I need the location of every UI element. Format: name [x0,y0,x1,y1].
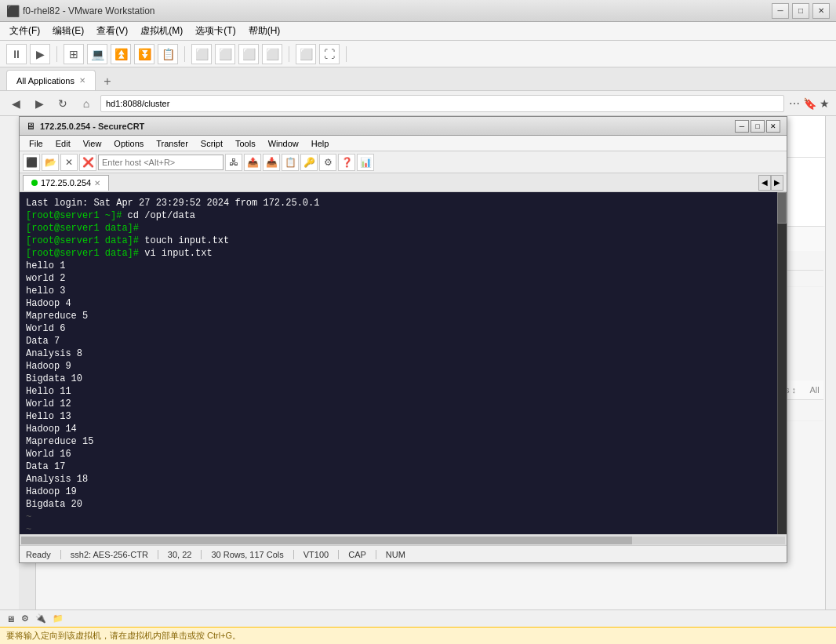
main-content: Session Log Manager All Applications App… [0,116,836,609]
scrt-btn-11[interactable]: ❓ [338,154,355,171]
toolbar-sep3 [289,46,289,62]
scrt-menu-tools[interactable]: Tools [229,138,262,149]
scrt-btn-4[interactable]: ❌ [79,154,96,171]
terminal-hscroll[interactable] [20,534,787,545]
address-bar-input[interactable] [100,95,784,112]
terminal-line-13: Hadoop 9 [26,360,780,373]
vmware-menu-view[interactable]: 查看(V) [90,23,134,39]
vmware-restore-btn[interactable]: □ [792,3,809,19]
scrt-menu-file[interactable]: File [23,138,49,149]
terminal-line-10: World 6 [26,322,780,335]
terminal-line-8: Hadoop 4 [26,297,780,310]
scrt-btn-1[interactable]: ⬛ [23,154,40,171]
securecrt-menubar: File Edit View Options Transfer Script T… [20,136,787,151]
terminal-line-17: Hello 13 [26,410,780,423]
vmware-minimize-btn[interactable]: ─ [772,3,789,19]
browser-star-icon[interactable]: ★ [820,97,830,110]
scrt-menu-view[interactable]: View [77,138,108,149]
terminal-line-0: Last login: Sat Apr 27 23:29:52 2024 fro… [26,197,780,209]
terminal-vscroll[interactable] [777,192,787,534]
toolbar-btn8[interactable]: ⬜ [191,44,212,64]
toolbar-btn6[interactable]: ⏬ [134,44,154,64]
vmware-menu-file[interactable]: 文件(F) [3,23,46,39]
toolbar-btn2[interactable]: ▶ [30,44,50,64]
browser-icons: ⋯ 🔖 ★ [789,97,830,110]
scrt-btn-6[interactable]: 📤 [244,154,261,171]
vmware-menu-tabs[interactable]: 选项卡(T) [189,23,242,39]
scrt-menu-transfer[interactable]: Transfer [150,138,194,149]
notification-text: 要将输入定向到该虚拟机，请在虚拟机内部单击或按 Ctrl+G。 [6,630,241,642]
new-tab-btn[interactable]: + [99,73,116,90]
terminal-line-11: Data 7 [26,335,780,347]
scrt-btn-8[interactable]: 📋 [282,154,299,171]
scrt-status-num: NUM [386,550,415,559]
securecrt-icon: 🖥 [26,121,35,132]
terminal-line-22: Analysis 18 [26,473,780,486]
scrt-btn-9[interactable]: 🔑 [300,154,318,171]
securecrt-title: 172.25.0.254 - SecureCRT [40,122,730,131]
toolbar-sep4 [346,46,347,62]
terminal-line-16: World 12 [26,398,780,410]
scrt-btn-12[interactable]: 📊 [357,154,374,171]
browser-vscroll[interactable] [825,116,836,609]
terminal-line-1: [root@server1 ~]# cd /opt/data [26,209,780,222]
vmware-menu-edit[interactable]: 编辑(E) [46,23,90,39]
toolbar-btn10[interactable]: ⬜ [238,44,259,64]
browser-menu-icon[interactable]: ⋯ [789,97,800,110]
vmware-menu-help[interactable]: 帮助(H) [242,23,287,39]
terminal-line-24: Bigdata 20 [26,498,780,511]
scrt-host-input[interactable] [98,155,224,170]
vmware-titlebar: ⬛ f0-rhel82 - VMware Workstation ─ □ ✕ [0,0,836,22]
browser-tabs: All Applications ✕ + [0,67,836,91]
vmware-menu-vm[interactable]: 虚拟机(M) [134,23,189,39]
securecrt-minimize-btn[interactable]: ─ [735,120,749,133]
scrt-status-caps: CAP [348,550,376,559]
toolbar-fullscreen-btn[interactable]: ⛶ [319,44,340,64]
nav-forward-btn[interactable]: ▶ [30,94,49,113]
securecrt-window: 🖥 172.25.0.254 - SecureCRT ─ □ ✕ File Ed… [19,116,787,563]
securecrt-restore-btn[interactable]: □ [751,120,765,133]
scrt-menu-script[interactable]: Script [194,138,229,149]
terminal-line-15: Hello 11 [26,385,780,398]
scrt-btn-7[interactable]: 📥 [263,154,280,171]
scrt-btn-3[interactable]: ✕ [60,154,78,171]
toolbar-btn3[interactable]: ⊞ [64,44,84,64]
vmware-close-btn[interactable]: ✕ [812,3,830,19]
toolbar-btn11[interactable]: ⬜ [262,44,282,64]
securecrt-statusbar: Ready ssh2: AES-256-CTR 30, 22 30 Rows, … [20,545,787,562]
scrt-btn-5[interactable]: 🖧 [225,154,242,171]
terminal-area[interactable]: Last login: Sat Apr 27 23:29:52 2024 fro… [20,192,787,534]
terminal-hscroll-track [21,537,785,544]
toolbar-btn7[interactable]: 📋 [158,44,178,64]
scrt-tab-label: 172.25.0.254 [41,178,91,187]
vmware-toolbar: ⏸ ▶ ⊞ 💻 ⏫ ⏬ 📋 ⬜ ⬜ ⬜ ⬜ ⬜ ⛶ [0,41,836,67]
taskbar-icon-4: 📁 [53,613,64,624]
toolbar-btn5[interactable]: ⏫ [111,44,131,64]
nav-home-btn[interactable]: ⌂ [77,94,96,113]
scrt-tab-next[interactable]: ▶ [771,175,783,191]
scrt-tab-close[interactable]: ✕ [94,179,100,187]
scrt-status-terminal: VT100 [304,550,339,559]
securecrt-win-controls: ─ □ ✕ [735,120,780,133]
nav-refresh-btn[interactable]: ↻ [53,94,72,113]
scrt-menu-help[interactable]: Help [305,138,336,149]
browser-tab-close[interactable]: ✕ [79,76,85,85]
browser-tab-label: All Applications [16,76,75,86]
nav-back-btn[interactable]: ◀ [6,94,25,113]
scrt-tab-prev[interactable]: ◀ [758,175,771,191]
scrt-menu-edit[interactable]: Edit [49,138,77,149]
toolbar-pause-btn[interactable]: ⏸ [6,44,27,64]
scrt-menu-window[interactable]: Window [262,138,305,149]
securecrt-close-btn[interactable]: ✕ [766,120,780,133]
toolbar-btn9[interactable]: ⬜ [215,44,235,64]
scrt-btn-10[interactable]: ⚙ [319,154,336,171]
terminal-line-6: world 2 [26,272,780,285]
scrt-session-tab[interactable]: 172.25.0.254 ✕ [23,175,109,191]
scrt-menu-options[interactable]: Options [107,138,150,149]
browser-tab-all-apps[interactable]: All Applications ✕ [6,70,96,90]
toolbar-btn12[interactable]: ⬜ [296,44,316,64]
scrt-status-ssh: ssh2: AES-256-CTR [71,550,158,559]
toolbar-btn4[interactable]: 💻 [87,44,107,64]
browser-bookmark-icon[interactable]: 🔖 [803,97,816,110]
scrt-btn-2[interactable]: 📂 [42,154,59,171]
